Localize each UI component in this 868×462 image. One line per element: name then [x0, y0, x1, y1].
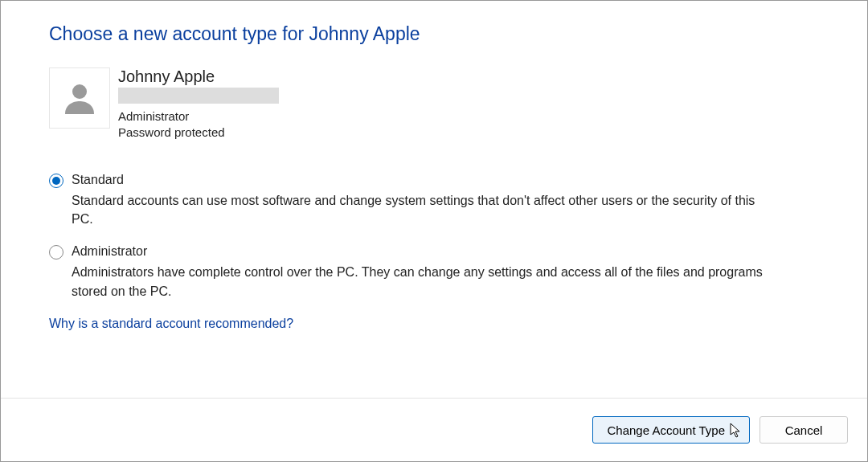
- cancel-button[interactable]: Cancel: [760, 416, 848, 444]
- cursor-icon: [730, 423, 743, 439]
- account-type-options: Standard Standard accounts can use most …: [49, 172, 819, 301]
- user-summary: Johnny Apple Administrator Password prot…: [49, 67, 819, 141]
- user-password-status: Password protected: [118, 125, 279, 141]
- option-standard-desc: Standard accounts can use most software …: [72, 191, 771, 228]
- user-name: Johnny Apple: [118, 67, 279, 86]
- change-account-type-label: Change Account Type: [608, 423, 726, 437]
- help-link[interactable]: Why is a standard account recommended?: [49, 317, 293, 330]
- svg-point-0: [72, 84, 87, 99]
- avatar: [49, 67, 110, 129]
- page-title: Choose a new account type for Johnny App…: [49, 23, 819, 45]
- user-icon: [60, 79, 99, 117]
- change-account-type-button[interactable]: Change Account Type: [592, 416, 751, 444]
- user-email-redacted: [118, 88, 279, 104]
- option-administrator: Administrator Administrators have comple…: [49, 243, 819, 301]
- option-standard: Standard Standard accounts can use most …: [49, 172, 819, 229]
- radio-administrator[interactable]: [49, 245, 63, 260]
- user-role: Administrator: [118, 108, 279, 125]
- radio-standard[interactable]: [49, 174, 63, 188]
- option-administrator-label[interactable]: Administrator: [72, 243, 771, 260]
- option-administrator-desc: Administrators have complete control ove…: [72, 263, 771, 300]
- dialog-footer: Change Account Type Cancel: [1, 398, 867, 461]
- option-standard-label[interactable]: Standard: [72, 172, 771, 189]
